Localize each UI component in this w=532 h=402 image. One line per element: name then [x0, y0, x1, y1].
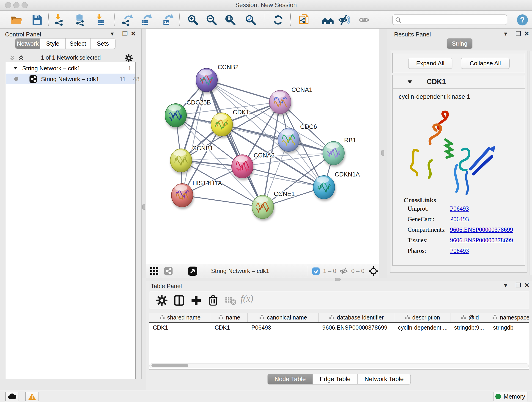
- search-input[interactable]: [404, 15, 505, 24]
- hidden-eye-icon[interactable]: [339, 267, 349, 276]
- refresh-view-icon[interactable]: [272, 14, 284, 26]
- grid-view-icon[interactable]: [150, 267, 159, 277]
- home-view-icon[interactable]: [322, 14, 334, 26]
- function-builder-icon[interactable]: f(x): [241, 293, 253, 304]
- tab-network[interactable]: Network: [15, 38, 40, 49]
- panel-float-icon[interactable]: ❒: [122, 30, 128, 37]
- delete-table-icon[interactable]: [225, 294, 236, 306]
- toggle-graphics-details-icon[interactable]: [338, 14, 350, 26]
- edge-CCNB2-CCNA1[interactable]: [207, 80, 280, 102]
- panel-close-icon[interactable]: ✕: [131, 30, 136, 37]
- tab-select[interactable]: Select: [65, 38, 90, 49]
- panel-close-icon[interactable]: ✕: [524, 30, 530, 37]
- column-header-canonical-name[interactable]: canonical name: [248, 313, 319, 322]
- table-horizontal-scrollbar[interactable]: [149, 363, 529, 368]
- splitter-handle[interactable]: [381, 150, 384, 156]
- right-splitter[interactable]: [379, 29, 387, 278]
- add-column-icon[interactable]: [190, 294, 202, 306]
- node-CCNA2[interactable]: [232, 155, 253, 178]
- tab-node-table[interactable]: Node Table: [267, 374, 313, 384]
- show-columns-icon[interactable]: [173, 294, 185, 306]
- edge-CCNB2-HIST1H1A[interactable]: [182, 80, 207, 195]
- import-table-from-file-icon[interactable]: [94, 14, 107, 26]
- node-CCNB1[interactable]: [170, 149, 192, 172]
- crosslink-link[interactable]: P06493: [450, 216, 469, 223]
- table-cell[interactable]: CDK1: [211, 323, 248, 332]
- table-cell[interactable]: 9606.ENSP00000378699: [319, 323, 394, 332]
- network-row-selected[interactable]: String Network – cdk1 11 48: [6, 74, 135, 84]
- import-network-from-database-icon[interactable]: [74, 14, 86, 26]
- table-settings-gear-icon[interactable]: [156, 294, 168, 306]
- memory-button[interactable]: Memory: [493, 392, 527, 401]
- zoom-fit-content-icon[interactable]: [224, 14, 236, 26]
- column-header--id[interactable]: @id: [450, 313, 489, 322]
- node-CDKN1A[interactable]: [313, 176, 335, 199]
- panel-float-icon[interactable]: ❒: [515, 282, 521, 289]
- zoom-out-icon[interactable]: [205, 14, 218, 26]
- tab-string[interactable]: String: [447, 38, 472, 49]
- crosslink-link[interactable]: 9606.ENSP00000378699: [450, 237, 513, 244]
- expand-all-button[interactable]: Expand All: [408, 58, 452, 69]
- column-header-name[interactable]: name: [211, 313, 248, 322]
- tab-sets[interactable]: Sets: [90, 38, 115, 49]
- import-network-from-file-icon[interactable]: [53, 14, 66, 26]
- crosslink-link[interactable]: P06493: [450, 247, 469, 254]
- node-CCNE1[interactable]: [252, 195, 273, 219]
- warning-status-button[interactable]: [25, 392, 39, 401]
- crosslink-link[interactable]: 9606.ENSP00000378699: [450, 226, 513, 233]
- zoom-selected-icon[interactable]: [244, 14, 257, 26]
- tab-style[interactable]: Style: [40, 38, 65, 49]
- open-session-icon[interactable]: [10, 14, 22, 26]
- table-cell[interactable]: CDK1: [149, 323, 211, 332]
- table-cell[interactable]: P06493: [248, 323, 319, 332]
- column-header-database-identifier[interactable]: database identifier: [319, 313, 394, 322]
- tree-expand-icon[interactable]: [13, 65, 18, 71]
- tab-network-table[interactable]: Network Table: [358, 374, 411, 384]
- table-cell[interactable]: stringdb: [489, 323, 529, 332]
- zoom-in-icon[interactable]: [187, 14, 199, 26]
- node-CDC6[interactable]: [278, 128, 299, 152]
- splitter-handle[interactable]: [142, 204, 145, 210]
- collapse-all-button[interactable]: Collapse All: [461, 58, 510, 69]
- crosshair-icon[interactable]: [368, 266, 379, 277]
- help-icon[interactable]: ?: [516, 14, 529, 26]
- node-HIST1H1A[interactable]: [171, 184, 193, 207]
- save-session-icon[interactable]: [31, 14, 43, 26]
- horizontal-splitter[interactable]: [146, 278, 532, 281]
- export-image-icon[interactable]: [161, 14, 174, 26]
- node-CCNB2[interactable]: [196, 68, 217, 92]
- node-CCNA1[interactable]: [269, 90, 291, 114]
- panel-menu-icon[interactable]: ▾: [504, 30, 507, 37]
- selected-checkbox-icon[interactable]: [312, 267, 320, 276]
- panel-menu-icon[interactable]: ▾: [111, 30, 114, 37]
- node-CDK1[interactable]: [211, 113, 233, 136]
- network-graph[interactable]: CCNB2CCNA1CDC25BCDK1CDC6RB1CCNB1CCNA2CDK…: [146, 29, 379, 264]
- column-header-shared-name[interactable]: shared name: [149, 313, 211, 322]
- node-CDC25B[interactable]: [165, 104, 186, 127]
- node-RB1[interactable]: [323, 141, 344, 165]
- cloud-status-button[interactable]: [5, 392, 19, 401]
- panel-menu-icon[interactable]: ▾: [504, 282, 507, 289]
- export-table-icon[interactable]: [140, 14, 152, 26]
- birdseye-view-icon[interactable]: [188, 266, 198, 277]
- export-network-icon[interactable]: [120, 14, 133, 26]
- panel-close-icon[interactable]: ✕: [524, 282, 530, 289]
- results-scrollbar[interactable]: [529, 51, 532, 275]
- table-cell[interactable]: stringdb:9...: [450, 323, 489, 332]
- copy-document-icon[interactable]: [298, 14, 310, 26]
- table-row[interactable]: CDK1CDK1P064939606.ENSP00000378699cyclin…: [149, 323, 529, 332]
- share-network-icon[interactable]: [164, 267, 173, 277]
- left-splitter[interactable]: [142, 29, 146, 278]
- tab-edge-table[interactable]: Edge Table: [313, 374, 358, 384]
- edge-CCNB2-CCNE1[interactable]: [207, 80, 263, 207]
- scrollbar-thumb[interactable]: [152, 364, 188, 367]
- panel-float-icon[interactable]: ❒: [515, 30, 521, 37]
- network-collection-row[interactable]: String Network – cdk1 1: [6, 63, 135, 74]
- table-cell[interactable]: cyclin-dependent ...: [394, 323, 450, 332]
- column-header-namespace[interactable]: namespace: [489, 313, 529, 322]
- crosslink-link[interactable]: P06493: [450, 205, 469, 212]
- edge-HIST1H1A-CCNE1[interactable]: [182, 195, 263, 207]
- delete-column-icon[interactable]: [207, 294, 219, 306]
- network-canvas[interactable]: CCNB2CCNA1CDC25BCDK1CDC6RB1CCNB1CCNA2CDK…: [146, 29, 379, 264]
- column-header-description[interactable]: description: [394, 313, 450, 322]
